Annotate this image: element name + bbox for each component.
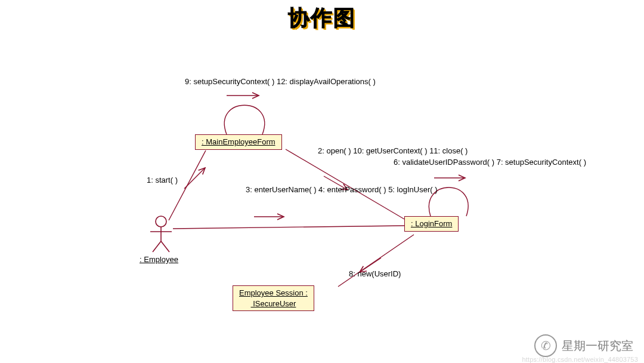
svg-line-3 <box>153 241 161 252</box>
diagram-title: 协作图 <box>288 4 356 33</box>
diagram-canvas <box>0 0 644 363</box>
msg-self-login: 6: validateUserIDPassword( ) 7: setupSec… <box>394 157 586 168</box>
svg-line-4 <box>161 241 169 252</box>
svg-point-0 <box>156 216 166 227</box>
svg-line-6 <box>184 168 205 189</box>
msg-start: 1: start( ) <box>147 175 178 186</box>
actor-icon <box>150 216 172 252</box>
actor-label: : Employee <box>140 255 178 264</box>
object-employee-session: Employee Session : ISecureUser <box>233 285 314 311</box>
object-login-form: : LoginForm <box>404 216 459 232</box>
msg-actor-to-login: 3: enterUserName( ) 4: enterPassword( ) … <box>246 184 438 195</box>
msg-self-main: 9: setupSecurityContext( ) 12: displayAv… <box>185 76 376 87</box>
watermark-brand: ✆ 星期一研究室 <box>534 334 633 357</box>
svg-line-11 <box>173 226 404 229</box>
watermark-url: https://blog.csdn.net/weixin_44803753 <box>522 356 638 363</box>
msg-main-to-login: 2: open( ) 10: getUserContext( ) 11: clo… <box>318 146 467 156</box>
wechat-icon: ✆ <box>534 334 557 357</box>
object-main-employee-form: : MainEmployeeForm <box>195 134 282 150</box>
watermark-text: 星期一研究室 <box>562 338 633 354</box>
msg-new-session: 8: new(UserID) <box>349 269 401 279</box>
